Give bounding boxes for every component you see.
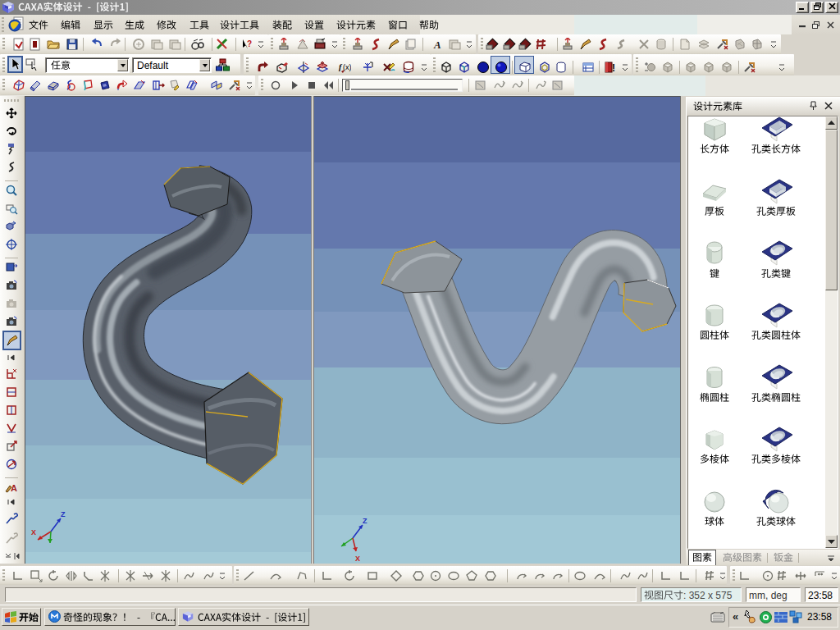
svg-text:X: X	[355, 555, 360, 563]
svg-text:X: X	[31, 528, 36, 536]
svg-text:A: A	[433, 39, 441, 51]
svg-text:A: A	[11, 483, 17, 493]
svg-text:!: !	[612, 62, 615, 74]
svg-text:Z: Z	[61, 510, 66, 518]
svg-text:Z: Z	[363, 517, 368, 525]
svg-text:?: ?	[247, 39, 252, 48]
